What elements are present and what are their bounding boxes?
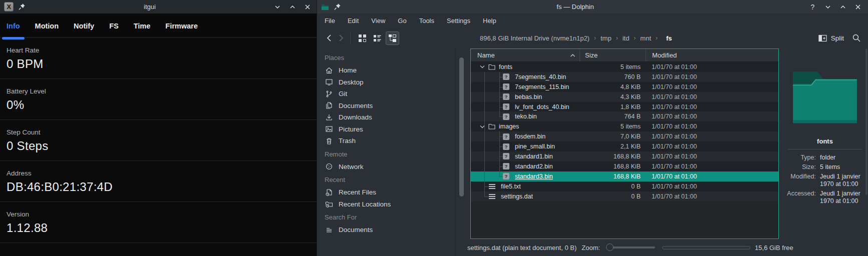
dolphin-window-title: fs — Dolphin bbox=[341, 3, 809, 10]
chevron-right-icon: › bbox=[656, 34, 658, 42]
back-icon[interactable] bbox=[324, 32, 335, 44]
file-row[interactable]: teko.bin 764 B 1/01/70 at 01:00 bbox=[471, 112, 778, 122]
sidebar-item-recent-locations[interactable]: Recent Locations bbox=[317, 198, 455, 210]
folder-icon bbox=[488, 64, 495, 70]
file-row[interactable]: file5.txt 0 B 1/01/70 at 01:00 bbox=[471, 182, 778, 192]
places-panel: Places Home Desktop Git Documents bbox=[317, 48, 456, 256]
file-row[interactable]: standard2.bin 168,8 KiB 1/01/70 at 01:00 bbox=[471, 162, 778, 172]
tab-firmware[interactable]: Firmware bbox=[165, 22, 197, 37]
maximize-icon[interactable] bbox=[839, 4, 846, 10]
menu-go[interactable]: Go bbox=[398, 17, 406, 24]
sidebar-item-recent-files[interactable]: Recent Files bbox=[317, 186, 455, 198]
binary-file-icon bbox=[503, 74, 509, 80]
file-row[interactable]: 7segments_115.bin 4,8 KiB 1/01/70 at 01:… bbox=[471, 82, 778, 92]
recent-locations-icon bbox=[325, 200, 333, 208]
breadcrumb-fs[interactable]: fs bbox=[666, 34, 672, 42]
breadcrumb-drive[interactable]: 896,8 GiB Internal Drive (nvme1n1p2) bbox=[480, 34, 590, 42]
section-search-for: Search For bbox=[317, 210, 455, 224]
sort-ascending-icon bbox=[570, 54, 575, 58]
zoom-slider[interactable] bbox=[607, 246, 655, 248]
pin-icon[interactable] bbox=[334, 3, 341, 10]
zoom-slider-knob[interactable] bbox=[606, 244, 614, 251]
field-label: Battery Level bbox=[7, 88, 317, 95]
breadcrumb-mnt[interactable]: mnt bbox=[640, 34, 651, 42]
info-type-label: Type: bbox=[782, 154, 816, 162]
scrollbar[interactable] bbox=[865, 48, 867, 195]
column-header-modified[interactable]: Modified bbox=[646, 49, 778, 62]
icons-view-icon[interactable] bbox=[356, 32, 369, 45]
menu-help[interactable]: Help bbox=[483, 17, 496, 24]
forward-icon[interactable] bbox=[335, 32, 346, 44]
field-value: 0 Steps bbox=[7, 139, 317, 153]
menu-tools[interactable]: Tools bbox=[419, 17, 434, 24]
sidebar-item-documents[interactable]: Documents bbox=[317, 100, 455, 112]
file-row[interactable]: bebas.bin 4,3 KiB 1/01/70 at 01:00 bbox=[471, 92, 778, 102]
pin-icon[interactable] bbox=[18, 3, 26, 10]
file-row[interactable]: pine_small.bin 2,1 KiB 1/01/70 at 01:00 bbox=[471, 142, 778, 152]
tab-motion[interactable]: Motion bbox=[35, 22, 59, 37]
file-name: 7segments_115.bin bbox=[515, 84, 569, 90]
section-remote: Remote bbox=[317, 147, 455, 161]
tab-time[interactable]: Time bbox=[134, 22, 151, 37]
divider bbox=[788, 149, 862, 150]
file-row-selected[interactable]: standard3.bin 168,8 KiB 1/01/70 at 01:00 bbox=[471, 172, 778, 182]
dolphin-titlebar[interactable]: fs — Dolphin ? bbox=[317, 0, 868, 14]
column-header-name[interactable]: Name bbox=[471, 49, 580, 62]
info-accessed-value: Jeudi 1 janvier 1970 at 01:00 bbox=[820, 190, 866, 205]
sidebar-item-downloads[interactable]: Downloads bbox=[317, 112, 455, 124]
file-modified: 1/01/70 at 01:00 bbox=[646, 104, 778, 110]
close-icon[interactable] bbox=[854, 4, 861, 10]
sidebar-item-search-documents[interactable]: Documents bbox=[317, 224, 455, 236]
dolphin-menubar: File Edit View Go Tools Settings Help bbox=[317, 14, 868, 28]
file-row-fonts[interactable]: fonts 5 items 1/01/70 at 01:00 bbox=[471, 62, 778, 72]
breadcrumb-itd[interactable]: itd bbox=[623, 34, 630, 42]
file-name: lv_font_dots_40.bin bbox=[515, 104, 569, 110]
breadcrumb-tmp[interactable]: tmp bbox=[601, 34, 612, 42]
file-size: 760 B bbox=[580, 74, 646, 80]
sidebar-item-trash[interactable]: Trash bbox=[317, 135, 455, 147]
tree-view-icon[interactable] bbox=[386, 32, 399, 45]
file-modified: 1/01/70 at 01:00 bbox=[646, 153, 778, 160]
file-row[interactable]: lv_font_dots_40.bin 1,8 KiB 1/01/70 at 0… bbox=[471, 102, 778, 112]
binary-file-icon bbox=[503, 134, 509, 140]
search-icon[interactable] bbox=[852, 34, 861, 42]
itgui-titlebar[interactable]: itgui bbox=[0, 0, 317, 14]
file-modified: 1/01/70 at 01:00 bbox=[646, 193, 778, 200]
column-header-size[interactable]: Size bbox=[580, 49, 646, 62]
pictures-icon bbox=[325, 125, 333, 133]
tab-notify[interactable]: Notify bbox=[74, 22, 94, 37]
sidebar-item-pictures[interactable]: Pictures bbox=[317, 124, 455, 136]
file-size: 168,8 KiB bbox=[580, 173, 646, 180]
tab-fs[interactable]: FS bbox=[109, 22, 119, 37]
file-row[interactable]: 7segments_40.bin 760 B 1/01/70 at 01:00 bbox=[471, 72, 778, 82]
split-button[interactable]: Split bbox=[818, 34, 844, 42]
menu-edit[interactable]: Edit bbox=[348, 17, 359, 24]
tab-info[interactable]: Info bbox=[7, 22, 20, 37]
sidebar-item-git[interactable]: Git bbox=[317, 88, 455, 100]
chevron-right-icon: › bbox=[594, 34, 596, 42]
help-icon[interactable]: ? bbox=[809, 4, 816, 10]
document-lines-icon bbox=[325, 226, 333, 234]
menu-view[interactable]: View bbox=[371, 17, 385, 24]
caret-down-icon[interactable] bbox=[480, 65, 485, 68]
close-icon[interactable] bbox=[304, 4, 311, 10]
maximize-icon[interactable] bbox=[289, 4, 296, 10]
file-row[interactable]: fosdem.bin 7,0 KiB 1/01/70 at 01:00 bbox=[471, 132, 778, 142]
sidebar-item-desktop[interactable]: Desktop bbox=[317, 76, 455, 88]
sidebar-item-network[interactable]: Network bbox=[317, 161, 455, 173]
menu-settings[interactable]: Settings bbox=[447, 17, 470, 24]
menu-file[interactable]: File bbox=[325, 17, 335, 24]
file-row[interactable]: settings.dat 0 B 1/01/70 at 01:00 bbox=[471, 192, 778, 202]
downloads-icon bbox=[325, 114, 333, 122]
file-row-images[interactable]: images 5 items 1/01/70 at 01:00 bbox=[471, 122, 778, 132]
scrollbar[interactable] bbox=[459, 58, 464, 196]
file-row[interactable]: standard1.bin 168,8 KiB 1/01/70 at 01:00 bbox=[471, 152, 778, 162]
file-name: fonts bbox=[499, 64, 512, 70]
minimize-icon[interactable] bbox=[274, 4, 280, 10]
file-size: 168,8 KiB bbox=[580, 163, 646, 170]
details-view-icon[interactable] bbox=[371, 32, 384, 45]
split-label: Split bbox=[831, 34, 844, 42]
statusbar: settings.dat (plain text document, 0 B) … bbox=[456, 239, 868, 256]
minimize-icon[interactable] bbox=[824, 4, 831, 10]
sidebar-item-home[interactable]: Home bbox=[317, 64, 455, 76]
